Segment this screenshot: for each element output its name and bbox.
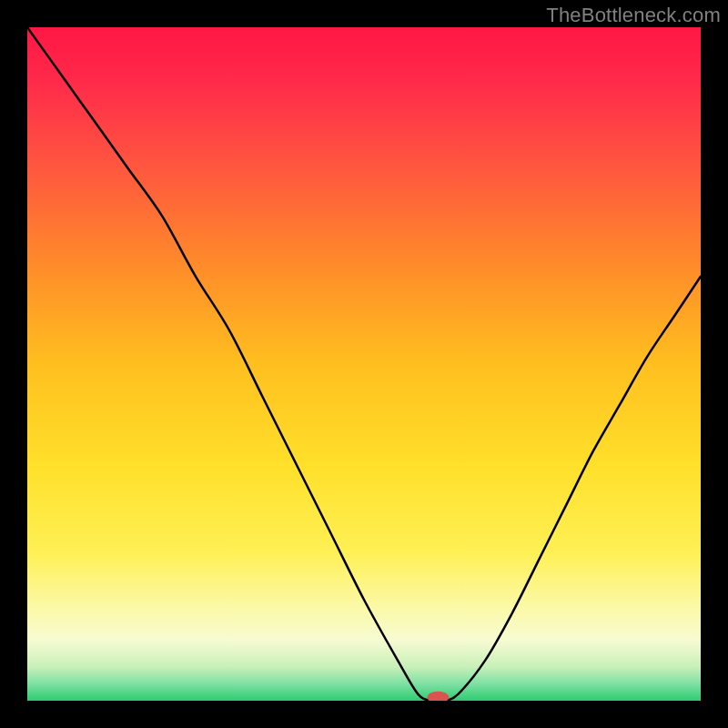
plot-area (27, 27, 701, 701)
chart-frame: TheBottleneck.com (0, 0, 728, 728)
chart-svg (27, 27, 701, 701)
attribution-label: TheBottleneck.com (546, 4, 721, 27)
